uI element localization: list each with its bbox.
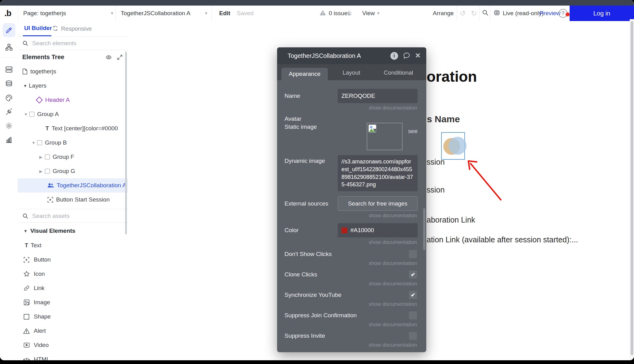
canvas-heading-fragment[interactable]: oration	[427, 68, 477, 85]
chevron-down-icon[interactable]: ▼	[204, 11, 208, 15]
bubble-logo[interactable]: .b	[4, 9, 11, 18]
show-documentation-link[interactable]: show documentation	[284, 105, 417, 111]
preview-button[interactable]: Preview	[540, 10, 561, 17]
show-documentation-link[interactable]: show documentation	[284, 239, 417, 245]
asset-html[interactable]: </> HTML	[18, 352, 128, 360]
design-tab-active[interactable]	[2, 23, 15, 37]
canvas-name-heading-fragment[interactable]: s Name	[427, 114, 460, 124]
close-icon[interactable]: ✕	[415, 52, 421, 60]
expand-caret-icon[interactable]: ▶	[39, 169, 45, 174]
asset-alert[interactable]: Alert	[18, 324, 128, 338]
search-icon[interactable]	[482, 10, 489, 17]
expand-tree-icon[interactable]	[117, 54, 123, 60]
static-image-row: Static image see	[284, 123, 418, 150]
search-assets-box	[18, 209, 128, 223]
asset-button[interactable]: Button	[18, 253, 128, 267]
static-image-picker[interactable]	[367, 123, 402, 150]
tree-item-button-start-session[interactable]: Button Start Session	[18, 193, 128, 207]
visibility-eye-icon[interactable]	[106, 54, 112, 60]
clone-clicks-checkbox[interactable]: ✔	[409, 271, 417, 279]
data-tab[interactable]	[5, 66, 13, 73]
tree-item-label: Group F	[53, 154, 74, 160]
database-tab[interactable]	[5, 80, 13, 88]
live-mode-label[interactable]: Live (read-only)	[503, 10, 544, 17]
search-free-images-button[interactable]: Search for free images	[338, 196, 418, 211]
show-documentation-link[interactable]: show documentation	[284, 260, 417, 266]
tree-item-header-a[interactable]: Header A	[18, 93, 128, 107]
dialog-scrollbar[interactable]	[423, 208, 425, 250]
color-swatch[interactable]	[341, 228, 347, 233]
issues-counter[interactable]: 0 issues	[329, 10, 350, 17]
collapse-caret-icon[interactable]: ▼	[24, 112, 29, 117]
tree-item-group-g[interactable]: ▶ Group G	[18, 164, 128, 178]
tab-layout[interactable]: Layout	[328, 69, 375, 80]
tab-appearance[interactable]: Appearance	[281, 68, 328, 80]
see-label[interactable]: see	[408, 128, 418, 135]
show-documentation-link[interactable]: show documentation	[284, 342, 417, 348]
tab-conditional[interactable]: Conditional	[375, 69, 422, 80]
asset-video[interactable]: Video	[18, 338, 128, 352]
canvas-link-available-fragment[interactable]: ation Link (available after session star…	[427, 235, 578, 244]
suppress-invite-checkbox[interactable]	[409, 332, 417, 340]
show-documentation-link[interactable]: show documentation	[284, 213, 417, 219]
edit-mode-label[interactable]: Edit	[219, 10, 230, 17]
collapse-caret-icon[interactable]: ▼	[24, 229, 28, 233]
collapse-caret-icon[interactable]: ▼	[32, 141, 37, 145]
canvas-session-fragment[interactable]: ssion	[427, 185, 445, 194]
info-icon[interactable]: i	[390, 52, 398, 60]
logs-tab[interactable]	[5, 136, 13, 144]
cursor-tool-icon[interactable]	[348, 10, 353, 17]
dialog-header[interactable]: TogetherJSCollaboration A i ✕	[277, 47, 426, 64]
panel-scrollbar[interactable]	[125, 52, 127, 234]
redo-icon[interactable]: ↻	[471, 9, 477, 18]
undo-icon[interactable]: ↺	[460, 9, 466, 18]
name-input[interactable]: ZEROQODE	[338, 89, 418, 103]
collapse-caret-icon[interactable]: ▼	[23, 84, 29, 88]
asset-text[interactable]: T Text	[18, 238, 128, 253]
tree-item-layers[interactable]: ▼ Layers	[18, 79, 128, 93]
expand-caret-icon[interactable]: ▶	[39, 155, 45, 159]
tab-ui-builder[interactable]: UI Builder	[24, 25, 52, 32]
synchronize-youtube-checkbox[interactable]: ✔	[409, 291, 417, 299]
chevron-down-icon[interactable]: ▼	[110, 11, 114, 15]
dont-show-clicks-checkbox[interactable]	[409, 250, 417, 258]
tree-item-group-b[interactable]: ▼ Group B	[18, 136, 128, 150]
show-documentation-link[interactable]: show documentation	[284, 281, 417, 287]
tab-responsive[interactable]: Responsive	[61, 25, 92, 32]
view-menu[interactable]: View	[362, 10, 375, 17]
tree-item-group-f[interactable]: ▶ Group F	[18, 150, 128, 164]
search-elements-input[interactable]	[32, 40, 110, 47]
tree-item-group-a[interactable]: ▼ Group A	[18, 107, 128, 121]
comment-icon[interactable]	[403, 52, 410, 59]
canvas-session-fragment[interactable]: ssion	[427, 158, 445, 167]
canvas-collaboration-link-fragment[interactable]: aboration Link	[427, 215, 475, 224]
asset-icon[interactable]: Icon	[18, 267, 128, 281]
visual-elements-header[interactable]: ▼ Visual Elements	[18, 223, 128, 238]
chevron-down-icon[interactable]: ▼	[376, 11, 380, 15]
tree-item-togetherjscollaboration-selected[interactable]: TogetherJSCollaboration A	[18, 178, 128, 193]
workflow-tab[interactable]	[5, 43, 13, 51]
window-scrollbar[interactable]	[630, 19, 634, 360]
show-documentation-link[interactable]: show documentation	[284, 301, 417, 307]
styles-tab[interactable]	[5, 94, 13, 102]
tree-item-togetherjs[interactable]: togetherjs	[18, 64, 128, 79]
asset-shape[interactable]: Shape	[18, 310, 128, 324]
settings-tab[interactable]	[5, 122, 13, 130]
search-assets-input[interactable]	[32, 212, 110, 220]
tree-item-label: TogetherJSCollaboration A	[57, 182, 126, 189]
asset-link[interactable]: Link	[18, 281, 128, 295]
asset-image[interactable]: Image	[18, 295, 128, 310]
chevron-down-icon[interactable]: ▼	[451, 11, 454, 15]
suppress-join-confirmation-checkbox[interactable]	[409, 311, 417, 319]
page-selector[interactable]: Page: togetherjs	[23, 10, 66, 17]
login-button[interactable]: Log in	[570, 6, 634, 21]
tree-item-text[interactable]: T Text [center][color=#0000	[18, 121, 128, 136]
color-input[interactable]: #A10000	[338, 223, 418, 237]
tree-item-label: Group A	[37, 111, 59, 118]
plugins-tab[interactable]	[5, 108, 13, 116]
scrollbar-thumb[interactable]	[631, 21, 633, 355]
avatar-image-selected[interactable]	[441, 132, 465, 160]
element-selector[interactable]: TogetherJSCollaboration A	[121, 10, 190, 17]
show-documentation-link[interactable]: show documentation	[284, 322, 417, 328]
dynamic-image-input[interactable]: //s3.amazonaws.com/appforest_uf/f1542280…	[338, 155, 418, 191]
